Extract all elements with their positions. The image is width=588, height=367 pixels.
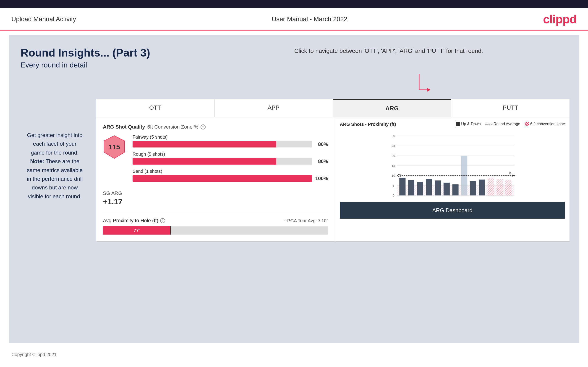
left-description: Get greater insight into each facet of y… bbox=[21, 131, 89, 201]
svg-rect-28 bbox=[470, 181, 476, 195]
sand-bar-row: 100% bbox=[133, 175, 328, 182]
rough-bar-fill bbox=[133, 158, 276, 165]
fairway-bar-fill bbox=[133, 141, 276, 148]
svg-rect-23 bbox=[426, 179, 432, 196]
svg-text:20: 20 bbox=[391, 154, 395, 158]
arrow-indicator bbox=[415, 72, 433, 100]
svg-text:8: 8 bbox=[509, 171, 511, 175]
nav-instruction: Click to navigate between 'OTT', 'APP', … bbox=[294, 47, 483, 55]
legend-round-avg: Round Average bbox=[485, 122, 520, 126]
tab-putt[interactable]: PUTT bbox=[451, 99, 570, 117]
legend-dash-icon bbox=[485, 124, 492, 125]
rough-label: Rough (5 shots) bbox=[133, 152, 328, 157]
proximity-section: Avg Proximity to Hole (ft) ? ↑ PGA Tour … bbox=[103, 213, 328, 234]
rough-bar-row: 80% bbox=[133, 158, 328, 165]
shot-row-fairway: Fairway (5 shots) 80% bbox=[133, 134, 328, 148]
dashboard-container: OTT APP ARG PUTT ARG Shot Quality 6ft Co… bbox=[96, 99, 570, 242]
chart-legend: Up & Down Round Average 6 ft conversion … bbox=[456, 122, 565, 126]
fairway-bar-row: 80% bbox=[133, 141, 328, 148]
footer: Copyright Clippd 2021 bbox=[0, 347, 588, 362]
header: Upload Manual Activity User Manual - Mar… bbox=[0, 8, 588, 31]
chart-title: ARG Shots - Proximity (ft) bbox=[340, 122, 396, 127]
svg-rect-26 bbox=[452, 184, 459, 195]
svg-rect-24 bbox=[435, 181, 441, 196]
shot-row-rough: Rough (5 shots) 80% bbox=[133, 152, 328, 165]
pga-avg: ↑ PGA Tour Avg: 7'10" bbox=[284, 218, 328, 223]
svg-point-34 bbox=[398, 174, 401, 177]
proximity-cursor bbox=[170, 226, 171, 234]
sg-label: SG ARG bbox=[103, 190, 328, 196]
rough-bar-bg bbox=[133, 158, 312, 165]
svg-text:30: 30 bbox=[391, 134, 395, 138]
sand-label: Sand (1 shots) bbox=[133, 169, 328, 174]
svg-rect-21 bbox=[408, 180, 414, 196]
svg-rect-29 bbox=[479, 180, 485, 196]
sg-section: SG ARG +1.17 bbox=[103, 190, 328, 206]
copyright-text: Copyright Clippd 2021 bbox=[11, 352, 57, 357]
hexagon-score-area: 115 Fairway (5 shots) 80% bbox=[103, 134, 328, 186]
dashboard-body: ARG Shot Quality 6ft Conversion Zone % ?… bbox=[96, 117, 570, 242]
conversion-label: 6ft Conversion Zone % bbox=[147, 124, 199, 130]
legend-conversion-zone: 6 ft conversion zone bbox=[525, 122, 565, 126]
sg-value: +1.17 bbox=[103, 197, 328, 206]
arg-dashboard-button[interactable]: ARG Dashboard bbox=[340, 202, 565, 219]
tab-ott[interactable]: OTT bbox=[96, 99, 215, 117]
svg-rect-30 bbox=[488, 178, 494, 195]
manual-date-label: User Manual - March 2022 bbox=[272, 16, 347, 23]
svg-marker-2 bbox=[427, 88, 431, 92]
clippd-logo: clippd bbox=[543, 13, 577, 26]
svg-marker-35 bbox=[512, 174, 515, 177]
sand-bar-fill bbox=[133, 175, 312, 182]
legend-square-icon bbox=[456, 122, 460, 126]
svg-text:15: 15 bbox=[391, 164, 395, 167]
rough-pct: 80% bbox=[314, 158, 328, 164]
proximity-header: Avg Proximity to Hole (ft) ? ↑ PGA Tour … bbox=[103, 218, 328, 224]
legend-up-down: Up & Down bbox=[456, 122, 481, 126]
logo-area: clippd bbox=[543, 12, 577, 26]
upload-manual-label: Upload Manual Activity bbox=[11, 16, 76, 23]
proximity-bar-fill: 77' bbox=[103, 226, 170, 234]
svg-rect-25 bbox=[444, 183, 450, 195]
sand-pct: 100% bbox=[314, 175, 328, 182]
right-panel-header: ARG Shots - Proximity (ft) Up & Down Rou… bbox=[340, 122, 565, 127]
svg-rect-32 bbox=[505, 180, 511, 196]
svg-text:5: 5 bbox=[393, 184, 395, 187]
svg-text:25: 25 bbox=[391, 144, 395, 148]
shot-row-sand: Sand (1 shots) 100% bbox=[133, 169, 328, 182]
shot-quality-label: ARG Shot Quality bbox=[103, 124, 145, 130]
proximity-bar-bg: 77' bbox=[103, 226, 328, 234]
left-panel: ARG Shot Quality 6ft Conversion Zone % ?… bbox=[96, 117, 335, 242]
tab-app[interactable]: APP bbox=[215, 99, 333, 117]
fairway-pct: 80% bbox=[314, 141, 328, 147]
tab-arg[interactable]: ARG bbox=[333, 99, 451, 117]
svg-rect-22 bbox=[417, 182, 423, 195]
hex-score: 115 bbox=[103, 134, 126, 159]
chart-area: 0 5 10 15 20 25 30 bbox=[340, 129, 565, 198]
panel-header-left: ARG Shot Quality 6ft Conversion Zone % ? bbox=[103, 124, 328, 130]
page-subtitle: Every round in detail bbox=[21, 61, 567, 69]
svg-rect-31 bbox=[496, 179, 503, 196]
shot-rows: Fairway (5 shots) 80% Rough (5 shots) bbox=[133, 134, 328, 186]
proximity-help-icon[interactable]: ? bbox=[160, 218, 165, 223]
tabs-row: OTT APP ARG PUTT bbox=[96, 99, 570, 117]
main-content: Round Insights... (Part 3) Every round i… bbox=[9, 35, 579, 343]
proximity-label: Avg Proximity to Hole (ft) ? bbox=[103, 218, 165, 224]
page-title: Round Insights... (Part 3) bbox=[21, 47, 567, 59]
sand-bar-bg bbox=[133, 175, 312, 182]
fairway-bar-bg bbox=[133, 141, 312, 148]
conversion-help-icon[interactable]: ? bbox=[200, 125, 206, 129]
hex-score-value: 115 bbox=[109, 143, 120, 151]
legend-hatch-icon bbox=[525, 122, 529, 126]
svg-rect-20 bbox=[399, 178, 406, 195]
fairway-label: Fairway (5 shots) bbox=[133, 134, 328, 140]
svg-text:0: 0 bbox=[393, 194, 395, 197]
right-panel: ARG Shots - Proximity (ft) Up & Down Rou… bbox=[335, 117, 570, 242]
svg-text:10: 10 bbox=[391, 174, 395, 177]
top-bar bbox=[0, 0, 588, 8]
